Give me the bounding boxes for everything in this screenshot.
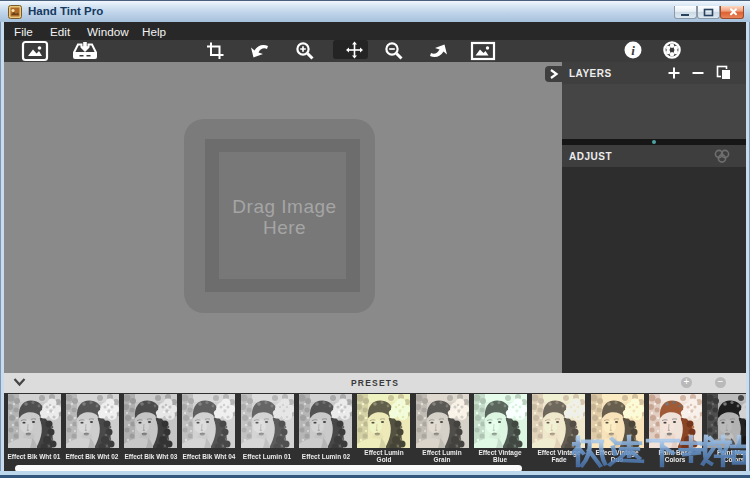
- svg-text:i: i: [631, 43, 635, 58]
